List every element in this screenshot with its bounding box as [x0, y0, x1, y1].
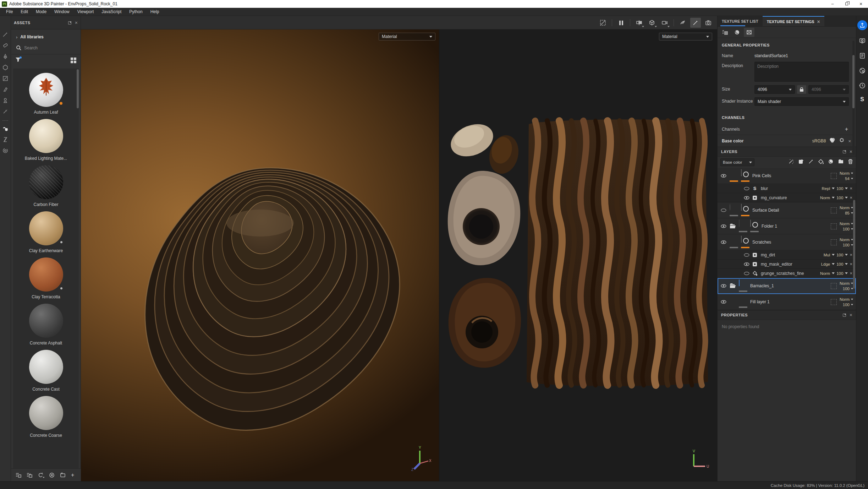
- blend-mode-dropdown[interactable]: Norm: [840, 206, 853, 210]
- remove-effect-icon[interactable]: [850, 186, 852, 191]
- visibility-eye-icon[interactable]: [718, 240, 730, 244]
- visibility-eye-off-icon[interactable]: [742, 253, 751, 257]
- blend-mode-dropdown[interactable]: Norm: [840, 238, 853, 242]
- material-sphere-concrete-cast[interactable]: [29, 350, 63, 384]
- shader-instance-dropdown[interactable]: Main shader: [754, 97, 849, 106]
- remove-effect-icon[interactable]: [850, 271, 852, 276]
- split-view-dropdown[interactable]: [634, 18, 644, 28]
- stamp-tool[interactable]: [1, 96, 10, 105]
- resources-updater-icon[interactable]: [1, 124, 10, 133]
- remove-effect-icon[interactable]: [850, 261, 852, 267]
- assets-close-icon[interactable]: [75, 20, 78, 26]
- color-channels-icon[interactable]: [829, 137, 835, 144]
- visibility-eye-icon[interactable]: [742, 262, 751, 266]
- visibility-eye-icon[interactable]: [718, 174, 730, 178]
- asset-item[interactable]: Clay Terracotta: [13, 253, 79, 299]
- menu-window[interactable]: Window: [50, 8, 73, 16]
- opacity-dropdown[interactable]: 100: [836, 262, 843, 266]
- add-folder-icon[interactable]: [838, 159, 844, 166]
- viewport-3d[interactable]: Material Y X Z: [81, 29, 439, 481]
- visibility-eye-icon[interactable]: [718, 224, 730, 228]
- delete-layer-icon[interactable]: [848, 159, 853, 166]
- effect-row-blur[interactable]: S blur Repl 100: [718, 184, 856, 193]
- blend-mode-dropdown[interactable]: Norm: [840, 222, 853, 226]
- minimize-button[interactable]: [825, 0, 840, 8]
- visibility-eye-icon[interactable]: [742, 196, 751, 200]
- layer-mask-thumbnail[interactable]: [741, 169, 742, 176]
- material-sphere-concrete-coarse[interactable]: [29, 396, 63, 430]
- visibility-eye-icon[interactable]: [718, 300, 730, 304]
- anchor-dashed-box[interactable]: [831, 239, 837, 245]
- asset-item[interactable]: Concrete Cast: [13, 346, 79, 392]
- properties-close-icon[interactable]: [850, 312, 852, 318]
- blend-mode-dropdown[interactable]: Norm: [840, 281, 853, 286]
- restore-button[interactable]: [840, 0, 854, 8]
- layer-thumbnail[interactable]: [730, 204, 730, 211]
- refresh-icon[interactable]: [37, 472, 44, 478]
- opacity-dropdown[interactable]: 100: [843, 287, 853, 291]
- tab-texture-set-list[interactable]: TEXTURE SET LIST: [718, 16, 763, 26]
- layer-row-pink-cells[interactable]: Pink Cells Norm 54: [718, 168, 856, 184]
- size-dropdown[interactable]: 4096: [754, 85, 795, 94]
- layer-mask-thumbnail[interactable]: [741, 204, 742, 211]
- import-resources-icon[interactable]: [26, 472, 33, 478]
- remove-channel-icon[interactable]: [848, 138, 851, 144]
- opacity-dropdown[interactable]: 100: [843, 303, 853, 307]
- layers-close-icon[interactable]: [850, 148, 852, 155]
- opacity-dropdown[interactable]: 54: [845, 176, 853, 181]
- visibility-eye-off-icon[interactable]: [742, 187, 751, 190]
- asset-item[interactable]: Carbon Fiber: [13, 161, 79, 207]
- opacity-dropdown[interactable]: 100: [836, 271, 843, 276]
- anchor-dashed-box[interactable]: [831, 299, 837, 305]
- export-button[interactable]: [857, 20, 867, 30]
- menu-edit[interactable]: Edit: [17, 8, 32, 16]
- layer-row-scratches[interactable]: Scratches Norm 100: [718, 234, 856, 250]
- history-clock-icon[interactable]: [858, 81, 867, 90]
- layer-mask-thumbnail[interactable]: [750, 220, 751, 227]
- filter-funnel-icon[interactable]: [15, 57, 21, 64]
- settings-list-icon[interactable]: [720, 28, 730, 37]
- sync-circle-icon[interactable]: [1, 146, 10, 155]
- menu-viewport[interactable]: Viewport: [73, 8, 98, 16]
- tab-close-icon[interactable]: [817, 19, 820, 24]
- environment-rotate-icon[interactable]: [677, 18, 688, 28]
- asset-item[interactable]: Concrete Asphalt: [13, 299, 79, 346]
- opacity-dropdown[interactable]: 100: [836, 196, 843, 200]
- blend-mode-dropdown[interactable]: Repl: [822, 186, 830, 191]
- effect-row-mg-curvature[interactable]: mg_curvature Norm 100: [718, 193, 856, 202]
- effect-row-mg-dirt[interactable]: mg_dirt Mul 100: [718, 250, 856, 260]
- properties-popout-icon[interactable]: [843, 314, 846, 317]
- uv-mesh-icon[interactable]: [744, 28, 754, 37]
- menu-file[interactable]: File: [2, 8, 17, 16]
- scrollbar[interactable]: [853, 200, 855, 289]
- close-button[interactable]: [854, 0, 868, 8]
- camera-dropdown[interactable]: [659, 18, 670, 28]
- screenshot-button[interactable]: [703, 18, 714, 28]
- add-effect-icon[interactable]: [798, 159, 804, 166]
- clone-tool[interactable]: [1, 85, 10, 94]
- blend-mode-dropdown[interactable]: Norm: [820, 271, 830, 276]
- stencil-disabled-icon[interactable]: [598, 18, 608, 28]
- folder-open-icon[interactable]: [730, 223, 737, 229]
- paint-mode-button[interactable]: [690, 18, 701, 28]
- channel-row-base-color[interactable]: Base color sRGB8: [718, 135, 856, 147]
- perspective-cube-dropdown[interactable]: [647, 18, 657, 28]
- blend-mode-dropdown[interactable]: Mul: [824, 253, 830, 257]
- smart-material-wand-icon[interactable]: [788, 159, 794, 166]
- blend-mode-dropdown[interactable]: Norm: [820, 196, 830, 200]
- material-sphere-autumn-leaf[interactable]: [29, 73, 63, 107]
- layers-channel-filter-dropdown[interactable]: Base color: [720, 158, 754, 166]
- blend-mode-dropdown[interactable]: Ldge: [821, 262, 830, 266]
- layer-row-folder-1[interactable]: Folder 1 Norm 100: [718, 218, 856, 234]
- description-field[interactable]: [754, 62, 849, 82]
- material-sphere-carbon-fiber[interactable]: [29, 165, 63, 199]
- material-sphere-baked-lighting[interactable]: [29, 119, 63, 153]
- anchor-dashed-box[interactable]: [831, 283, 837, 289]
- material-sphere-clay-earthenware[interactable]: [29, 211, 63, 245]
- layer-row-fill-layer-1[interactable]: Fill layer 1 Norm 100: [718, 294, 856, 310]
- layer-mask-thumbnail[interactable]: [741, 236, 742, 243]
- clear-unused-icon[interactable]: [49, 472, 55, 478]
- effect-row-grunge-scratches-fine[interactable]: grunge_scratches_fine Norm 100: [718, 269, 856, 278]
- menu-help[interactable]: Help: [147, 8, 163, 16]
- texture-sphere-icon[interactable]: [858, 66, 867, 75]
